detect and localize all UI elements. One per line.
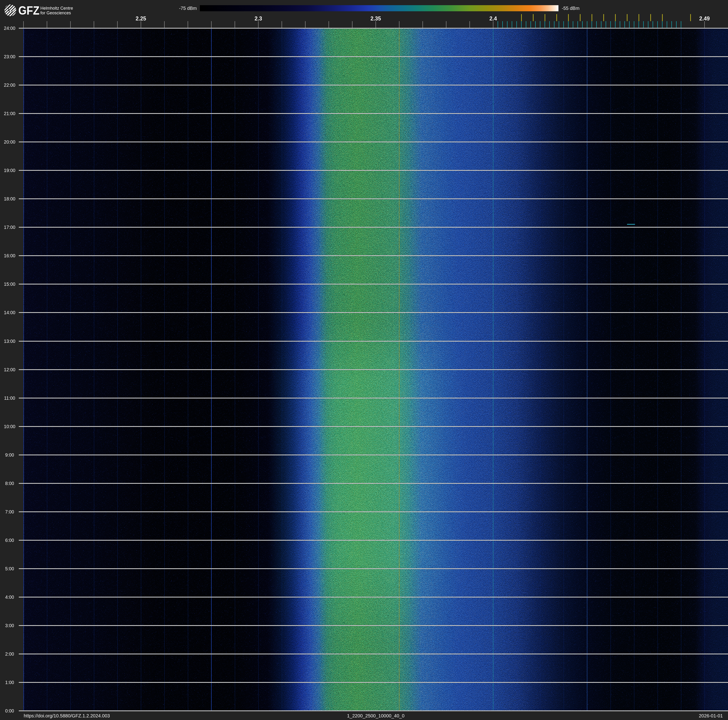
svg-text:GFZ: GFZ: [18, 4, 40, 17]
svg-text:for Geosciences: for Geosciences: [40, 11, 71, 15]
svg-text:Helmholtz Centre: Helmholtz Centre: [40, 6, 73, 11]
